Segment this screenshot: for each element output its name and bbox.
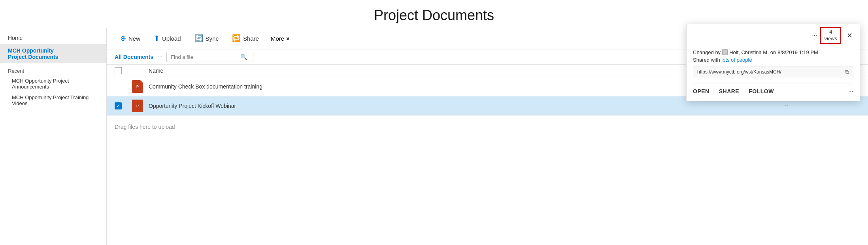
popup-changed-by: Changed by Holt, Christina M. on 8/8/201… [693,49,853,55]
popup-url-box: https://www.myctb.org/wst/KansasMCH/ ⧉ [693,66,853,78]
upload-icon: ⬆ [154,34,160,43]
popup-body: Changed by Holt, Christina M. on 8/8/201… [687,45,860,101]
shared-link[interactable]: lots of people [721,57,752,63]
popup-follow-button[interactable]: FOLLOW [749,87,774,96]
share-button[interactable]: 🔁 Share [226,32,264,45]
row2-checkbox-checked[interactable]: ✓ [115,102,122,109]
row2-ellipsis[interactable]: ··· [779,102,793,109]
upload-button[interactable]: ⬆ Upload [148,32,187,45]
search-box[interactable]: 🔍 [166,52,253,62]
page-container: Project Documents Home MCH Opportunity P… [0,0,868,245]
share-icon: 🔁 [232,34,241,43]
popup-views-label: views [824,36,837,41]
search-icon: 🔍 [240,54,247,60]
sidebar-recent-label: Recent [0,63,106,75]
sidebar-sub-item-label1: MCH Opportunity ProjectAnnouncements [12,78,69,90]
sidebar-active-line2: Project Documents [8,54,58,60]
popup-card: ··· 4 views ✕ Changed by Holt, Christina… [686,24,860,101]
popup-header-ellipsis[interactable]: ··· [812,32,817,39]
sidebar: Home MCH Opportunity Project Documents R… [0,28,107,245]
row1-name: Community Check Box documentation traini… [149,83,775,90]
popup-shared: Shared with lots of people [693,57,853,63]
copy-icon[interactable]: ⧉ [845,69,849,75]
popup-close-button[interactable]: ✕ [844,30,855,41]
file-table: P Community Check Box documentation trai… [107,77,868,245]
row2-name: Opportunity Project Kickoff Webinar [149,103,775,109]
sync-button[interactable]: 🔄 Sync [189,32,224,45]
more-label: More [271,35,284,42]
drag-hint: Drag files here to upload [107,116,868,138]
more-chevron-icon: ∨ [286,35,290,42]
user-avatar-small [722,49,728,55]
sidebar-item-home[interactable]: Home [0,32,106,44]
share-label: Share [243,35,259,42]
row2-check: ✓ [115,102,126,109]
changed-by-name: Holt, Christina M. [729,49,769,55]
new-button[interactable]: ⊕ New [115,32,146,45]
shared-prefix: Shared with [693,57,720,63]
sidebar-sub-item-label2: MCH Opportunity Project TrainingVideos [12,94,89,106]
changed-on: on [770,49,776,55]
popup-views-badge: 4 views [820,27,841,44]
row2-icon: P [130,100,145,112]
changed-date: 8/8/2019 1:19 PM [777,49,818,55]
popup-actions: OPEN SHARE FOLLOW ··· [693,83,853,98]
new-label: New [128,35,140,42]
sidebar-active-line1: MCH Opportunity [8,47,54,54]
upload-label: Upload [162,35,181,42]
page-title: Project Documents [0,7,868,24]
search-input[interactable] [171,54,238,60]
popup-open-button[interactable]: OPEN [693,87,709,96]
header-check-col [115,67,126,74]
sync-icon: 🔄 [194,34,203,43]
popup-share-button[interactable]: SHARE [719,87,740,96]
pdf-file-icon: P [132,100,143,112]
sidebar-sub-item-announcements[interactable]: MCH Opportunity ProjectAnnouncements [0,75,106,92]
new-icon: ⊕ [120,34,126,43]
row1-icon: P [130,80,145,93]
popup-actions-ellipsis[interactable]: ··· [848,88,853,95]
popup-header: ··· 4 views ✕ [687,24,860,45]
changed-by-prefix: Changed by [693,49,721,55]
sidebar-sub-item-training[interactable]: MCH Opportunity Project TrainingVideos [0,92,106,109]
header-checkbox[interactable] [115,67,122,74]
all-documents-tab[interactable]: All Documents [115,54,153,60]
popup-url-text: https://www.myctb.org/wst/KansasMCH/ [697,69,842,75]
header-name-col[interactable]: Name [149,68,775,74]
view-ellipsis[interactable]: ··· [157,53,162,60]
pptx-file-icon: P [132,80,143,93]
sync-label: Sync [206,35,219,42]
more-button[interactable]: More ∨ [267,32,294,44]
popup-views-count: 4 [829,29,832,35]
sidebar-item-active[interactable]: MCH Opportunity Project Documents [0,44,106,63]
